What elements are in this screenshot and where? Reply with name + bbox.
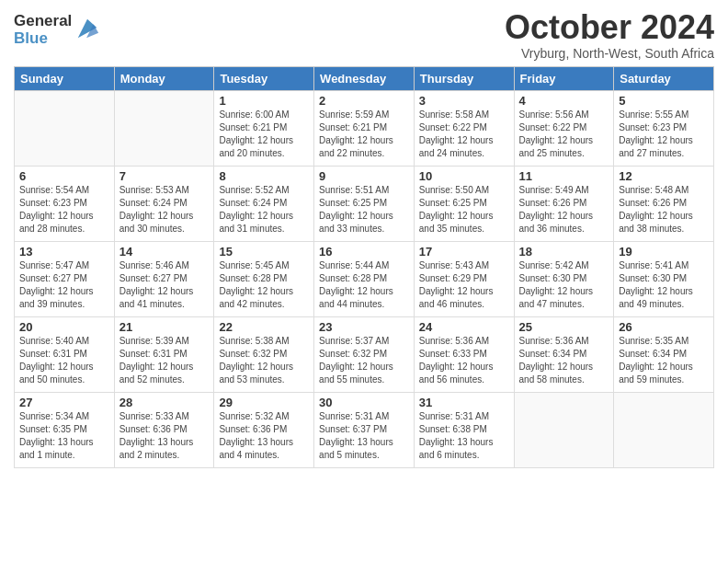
day-number: 2: [319, 94, 409, 108]
day-number: 8: [219, 169, 309, 183]
calendar-cell: 2Sunrise: 5:59 AM Sunset: 6:21 PM Daylig…: [314, 90, 415, 166]
calendar-cell: 8Sunrise: 5:52 AM Sunset: 6:24 PM Daylig…: [214, 166, 314, 241]
day-number: 17: [419, 245, 509, 259]
day-number: 12: [619, 169, 709, 183]
day-number: 23: [319, 320, 409, 334]
header: General Blue October 2024 Vryburg, North…: [14, 9, 714, 61]
header-friday: Friday: [514, 66, 614, 90]
day-number: 11: [519, 169, 609, 183]
calendar-cell: 15Sunrise: 5:45 AM Sunset: 6:28 PM Dayli…: [214, 241, 314, 316]
day-info: Sunrise: 5:35 AM Sunset: 6:34 PM Dayligh…: [619, 335, 709, 386]
calendar-cell: [514, 392, 614, 467]
calendar-cell: 19Sunrise: 5:41 AM Sunset: 6:30 PM Dayli…: [614, 241, 714, 316]
day-number: 4: [519, 94, 609, 108]
title-block: October 2024 Vryburg, North-West, South …: [505, 9, 714, 61]
calendar-cell: 25Sunrise: 5:36 AM Sunset: 6:34 PM Dayli…: [514, 316, 614, 392]
calendar-cell: 17Sunrise: 5:43 AM Sunset: 6:29 PM Dayli…: [414, 241, 514, 316]
day-number: 26: [619, 320, 709, 334]
calendar-cell: [15, 90, 115, 166]
calendar-cell: 20Sunrise: 5:40 AM Sunset: 6:31 PM Dayli…: [15, 316, 115, 392]
day-number: 7: [119, 169, 210, 183]
calendar-cell: 23Sunrise: 5:37 AM Sunset: 6:32 PM Dayli…: [314, 316, 415, 392]
day-info: Sunrise: 5:49 AM Sunset: 6:26 PM Dayligh…: [519, 184, 609, 236]
day-number: 1: [219, 94, 309, 108]
calendar-cell: 9Sunrise: 5:51 AM Sunset: 6:25 PM Daylig…: [314, 166, 415, 241]
days-header-row: Sunday Monday Tuesday Wednesday Thursday…: [15, 66, 714, 90]
day-info: Sunrise: 6:00 AM Sunset: 6:21 PM Dayligh…: [219, 109, 309, 160]
day-number: 13: [19, 245, 109, 259]
calendar-cell: 6Sunrise: 5:54 AM Sunset: 6:23 PM Daylig…: [15, 166, 115, 241]
day-number: 6: [19, 169, 109, 183]
day-info: Sunrise: 5:59 AM Sunset: 6:21 PM Dayligh…: [319, 109, 409, 160]
day-number: 25: [519, 320, 609, 334]
logo-icon: [74, 16, 100, 41]
header-wednesday: Wednesday: [314, 66, 415, 90]
week-row-3: 13Sunrise: 5:47 AM Sunset: 6:27 PM Dayli…: [15, 241, 714, 316]
calendar-cell: 13Sunrise: 5:47 AM Sunset: 6:27 PM Dayli…: [15, 241, 115, 316]
calendar-cell: 29Sunrise: 5:32 AM Sunset: 6:36 PM Dayli…: [214, 392, 314, 467]
week-row-4: 20Sunrise: 5:40 AM Sunset: 6:31 PM Dayli…: [15, 316, 714, 392]
day-number: 18: [519, 245, 609, 259]
page: General Blue October 2024 Vryburg, North…: [0, 0, 728, 563]
calendar-cell: 10Sunrise: 5:50 AM Sunset: 6:25 PM Dayli…: [414, 166, 514, 241]
day-info: Sunrise: 5:45 AM Sunset: 6:28 PM Dayligh…: [219, 259, 309, 311]
calendar-cell: 30Sunrise: 5:31 AM Sunset: 6:37 PM Dayli…: [314, 392, 415, 467]
week-row-5: 27Sunrise: 5:34 AM Sunset: 6:35 PM Dayli…: [15, 392, 714, 467]
day-info: Sunrise: 5:58 AM Sunset: 6:22 PM Dayligh…: [419, 109, 509, 160]
day-info: Sunrise: 5:52 AM Sunset: 6:24 PM Dayligh…: [219, 184, 309, 236]
day-number: 19: [619, 245, 709, 259]
header-monday: Monday: [114, 66, 214, 90]
calendar-cell: 14Sunrise: 5:46 AM Sunset: 6:27 PM Dayli…: [114, 241, 214, 316]
day-number: 22: [219, 320, 309, 334]
calendar-cell: 27Sunrise: 5:34 AM Sunset: 6:35 PM Dayli…: [15, 392, 115, 467]
day-info: Sunrise: 5:41 AM Sunset: 6:30 PM Dayligh…: [619, 259, 709, 311]
month-title: October 2024: [505, 9, 714, 46]
day-info: Sunrise: 5:32 AM Sunset: 6:36 PM Dayligh…: [219, 410, 309, 462]
week-row-2: 6Sunrise: 5:54 AM Sunset: 6:23 PM Daylig…: [15, 166, 714, 241]
day-number: 24: [419, 320, 509, 334]
day-info: Sunrise: 5:31 AM Sunset: 6:37 PM Dayligh…: [319, 410, 409, 462]
day-number: 28: [119, 396, 210, 409]
calendar-cell: 22Sunrise: 5:38 AM Sunset: 6:32 PM Dayli…: [214, 316, 314, 392]
calendar-cell: 3Sunrise: 5:58 AM Sunset: 6:22 PM Daylig…: [414, 90, 514, 166]
day-info: Sunrise: 5:42 AM Sunset: 6:30 PM Dayligh…: [519, 259, 609, 311]
day-info: Sunrise: 5:36 AM Sunset: 6:33 PM Dayligh…: [419, 335, 509, 386]
calendar-cell: 28Sunrise: 5:33 AM Sunset: 6:36 PM Dayli…: [114, 392, 214, 467]
day-number: 27: [19, 396, 109, 409]
day-number: 16: [319, 245, 409, 259]
week-row-1: 1Sunrise: 6:00 AM Sunset: 6:21 PM Daylig…: [15, 90, 714, 166]
logo: General Blue: [14, 13, 100, 47]
day-number: 30: [319, 396, 409, 409]
day-info: Sunrise: 5:37 AM Sunset: 6:32 PM Dayligh…: [319, 335, 409, 386]
calendar-cell: 4Sunrise: 5:56 AM Sunset: 6:22 PM Daylig…: [514, 90, 614, 166]
day-info: Sunrise: 5:31 AM Sunset: 6:38 PM Dayligh…: [419, 410, 509, 462]
day-number: 5: [619, 94, 709, 108]
calendar-cell: 21Sunrise: 5:39 AM Sunset: 6:31 PM Dayli…: [114, 316, 214, 392]
day-info: Sunrise: 5:55 AM Sunset: 6:23 PM Dayligh…: [619, 109, 709, 160]
logo-line1: General: [14, 13, 72, 30]
day-number: 10: [419, 169, 509, 183]
day-info: Sunrise: 5:34 AM Sunset: 6:35 PM Dayligh…: [19, 410, 109, 462]
calendar-cell: 12Sunrise: 5:48 AM Sunset: 6:26 PM Dayli…: [614, 166, 714, 241]
header-tuesday: Tuesday: [214, 66, 314, 90]
day-info: Sunrise: 5:50 AM Sunset: 6:25 PM Dayligh…: [419, 184, 509, 236]
calendar-cell: 24Sunrise: 5:36 AM Sunset: 6:33 PM Dayli…: [414, 316, 514, 392]
day-info: Sunrise: 5:33 AM Sunset: 6:36 PM Dayligh…: [119, 410, 210, 462]
day-info: Sunrise: 5:48 AM Sunset: 6:26 PM Dayligh…: [619, 184, 709, 236]
calendar-cell: 26Sunrise: 5:35 AM Sunset: 6:34 PM Dayli…: [614, 316, 714, 392]
day-info: Sunrise: 5:54 AM Sunset: 6:23 PM Dayligh…: [19, 184, 109, 236]
day-info: Sunrise: 5:51 AM Sunset: 6:25 PM Dayligh…: [319, 184, 409, 236]
day-info: Sunrise: 5:36 AM Sunset: 6:34 PM Dayligh…: [519, 335, 609, 386]
calendar-cell: 18Sunrise: 5:42 AM Sunset: 6:30 PM Dayli…: [514, 241, 614, 316]
header-saturday: Saturday: [614, 66, 714, 90]
day-info: Sunrise: 5:40 AM Sunset: 6:31 PM Dayligh…: [19, 335, 109, 386]
day-info: Sunrise: 5:46 AM Sunset: 6:27 PM Dayligh…: [119, 259, 210, 311]
calendar-cell: 31Sunrise: 5:31 AM Sunset: 6:38 PM Dayli…: [414, 392, 514, 467]
calendar-cell: 11Sunrise: 5:49 AM Sunset: 6:26 PM Dayli…: [514, 166, 614, 241]
day-info: Sunrise: 5:47 AM Sunset: 6:27 PM Dayligh…: [19, 259, 109, 311]
day-number: 21: [119, 320, 210, 334]
day-info: Sunrise: 5:53 AM Sunset: 6:24 PM Dayligh…: [119, 184, 210, 236]
header-sunday: Sunday: [15, 66, 115, 90]
day-number: 29: [219, 396, 309, 409]
calendar-cell: [114, 90, 214, 166]
